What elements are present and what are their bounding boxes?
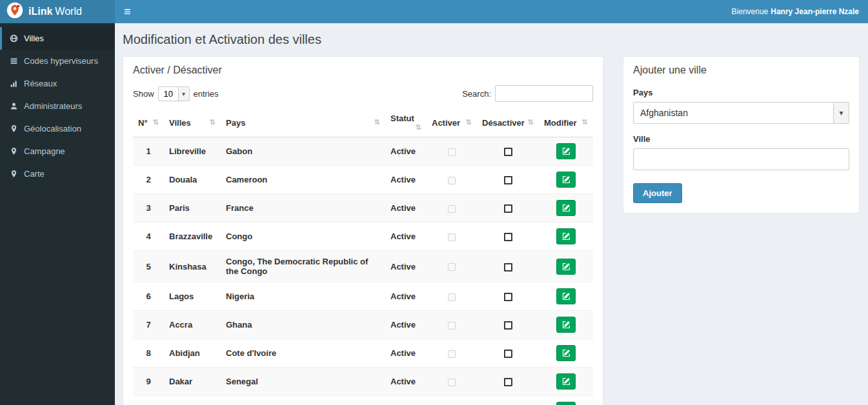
column-label: Statut [390,114,414,123]
cell-ville: Accra [164,311,221,339]
column-header-pays[interactable]: Pays⇅ [221,108,385,137]
sort-icon: ⇅ [466,118,472,126]
activer-checkbox [448,233,456,241]
cell-ville: Douala [164,166,221,194]
desactiver-checkbox[interactable] [504,176,512,184]
column-label: N° [138,118,148,128]
desactiver-checkbox[interactable] [504,263,512,272]
column-header-activer[interactable]: Activer⇅ [427,108,477,137]
cities-table: N°⇅ Villes⇅ Pays⇅ Statut⇅ Activer⇅ Désac… [133,108,593,405]
cell-num: 1 [133,137,164,166]
page-length-select[interactable]: 10 [159,87,189,101]
cell-num: 10 [133,396,164,405]
cell-num: 9 [133,368,164,396]
sidebar-item-reseaux[interactable]: Réseaux [0,72,115,95]
sort-icon: ⇅ [416,123,421,132]
map-marker-icon [9,170,18,178]
column-header-desactiver[interactable]: Désactiver⇅ [477,108,539,137]
cell-desactiver [477,368,539,396]
cell-pays: Cote d'Ivoire [221,339,385,368]
desactiver-checkbox[interactable] [504,204,512,213]
sidebar-item-codes-hyperviseurs[interactable]: Codes hyperviseurs [0,50,115,72]
brand-text: iLinkWorld [28,6,82,17]
sidebar-item-label: Administrateurs [24,101,82,111]
column-header-statut[interactable]: Statut⇅ [385,108,427,137]
search-input[interactable] [495,85,593,102]
activer-checkbox [448,148,456,156]
cell-pays: Mali [221,396,385,405]
column-header-n[interactable]: N°⇅ [133,108,164,137]
cell-num: 2 [133,166,164,194]
cell-ville: Abidjan [164,339,221,368]
cell-ville: Brazzaville [164,222,221,251]
edit-button[interactable] [556,259,576,275]
brand-bold: iLink [28,6,52,17]
column-header-modifier[interactable]: Modifier⇅ [539,108,593,137]
desactiver-checkbox[interactable] [504,233,512,241]
desactiver-checkbox[interactable] [504,321,512,330]
edit-icon [562,175,570,184]
city-label: Ville [633,134,849,144]
country-field-group: Pays Afghanistan ▾ [633,88,849,124]
edit-button[interactable] [556,317,576,333]
sidebar-item-label: Carte [24,169,45,179]
cell-desactiver [477,194,539,222]
cell-statut: Active [385,339,427,368]
brand[interactable]: iLinkWorld [0,0,115,23]
cell-statut: Active [385,396,427,405]
show-label: Show [133,89,154,99]
add-city-button[interactable]: Ajouter [633,183,682,203]
edit-button[interactable] [556,172,576,188]
desactiver-checkbox[interactable] [504,148,512,156]
sidebar-item-administrateurs[interactable]: Administrateurs [0,95,115,117]
column-header-villes[interactable]: Villes⇅ [164,108,221,137]
edit-icon [562,232,570,241]
sidebar-item-geolocalisation[interactable]: Géolocalisation [0,117,115,140]
table-row: 3 Paris France Active [133,194,593,222]
edit-button[interactable] [556,228,576,244]
edit-button[interactable] [556,345,576,361]
edit-button[interactable] [556,200,576,216]
page-length-select-wrap: 10 ▾ [158,86,190,101]
cell-ville: Paris [164,194,221,222]
desactiver-checkbox[interactable] [504,350,512,358]
cell-modifier [539,166,593,194]
edit-icon [562,204,570,212]
cell-pays: France [221,194,385,222]
cell-activer [427,222,477,251]
cell-ville: Kinshasa [164,251,221,282]
cell-ville: Dakar [164,368,221,396]
edit-button[interactable] [556,402,576,405]
column-label: Activer [432,118,460,128]
sort-icon: ⇅ [582,118,588,126]
cell-pays: Gabon [221,137,385,166]
sidebar-toggle-icon[interactable]: ≡ [124,6,131,17]
table-row: 9 Dakar Senegal Active [133,368,593,396]
sidebar-item-carte[interactable]: Carte [0,163,115,185]
column-label: Pays [226,118,245,128]
country-select-wrap: Afghanistan ▾ [633,102,849,124]
table-row: 1 Libreville Gabon Active [133,137,593,166]
cell-activer [427,137,477,166]
country-select[interactable]: Afghanistan [634,103,849,123]
desactiver-checkbox[interactable] [504,378,512,386]
sidebar-item-campagne[interactable]: Campagne [0,140,115,163]
edit-button[interactable] [556,288,576,304]
desactiver-checkbox[interactable] [504,293,512,301]
sidebar-item-villes[interactable]: Villes [0,27,115,50]
edit-button[interactable] [556,143,576,159]
edit-icon [562,262,570,271]
globe-icon [9,34,18,43]
cell-num: 5 [133,251,164,282]
user-icon [9,102,18,110]
edit-button[interactable] [556,373,576,390]
search-label: Search: [462,89,491,99]
edit-icon [562,321,570,329]
table-header-row: N°⇅ Villes⇅ Pays⇅ Statut⇅ Activer⇅ Désac… [133,108,593,137]
cell-statut: Active [385,251,427,282]
column-label: Villes [169,118,191,128]
city-input[interactable] [633,148,849,170]
cell-ville: Bamako [164,396,221,405]
table-row: 8 Abidjan Cote d'Ivoire Active [133,339,593,368]
edit-icon [562,147,570,155]
